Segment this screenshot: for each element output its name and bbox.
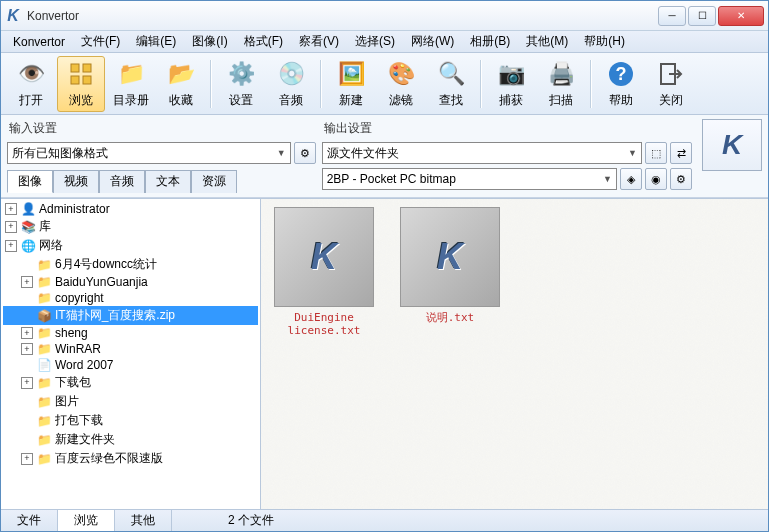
thumbnail[interactable]: KDuiEnginelicense.txt bbox=[269, 207, 379, 337]
open-button[interactable]: 👁️ 打开 bbox=[7, 56, 55, 112]
gear-icon: ⚙️ bbox=[225, 58, 257, 90]
tree-item[interactable]: 📁新建文件夹 bbox=[3, 430, 258, 449]
camera-icon: 📷 bbox=[495, 58, 527, 90]
status-tab-browse[interactable]: 浏览 bbox=[58, 510, 115, 531]
statusbar: 文件 浏览 其他 2 个文件 bbox=[1, 509, 768, 531]
maximize-button[interactable]: ☐ bbox=[688, 6, 716, 26]
tab-resource[interactable]: 资源 bbox=[191, 170, 237, 193]
tree-item[interactable]: +📁下载包 bbox=[3, 373, 258, 392]
output-format-combo[interactable]: 2BP - Pocket PC bitmap ▼ bbox=[322, 168, 617, 190]
status-tab-file[interactable]: 文件 bbox=[1, 510, 58, 531]
separator bbox=[480, 60, 482, 108]
menu-image[interactable]: 图像(I) bbox=[184, 31, 235, 52]
capture-button[interactable]: 📷 捕获 bbox=[487, 56, 535, 112]
tree-item-label: 网络 bbox=[39, 237, 63, 254]
output-opt1-button[interactable]: ⬚ bbox=[645, 142, 667, 164]
output-opt2-button[interactable]: ⇄ bbox=[670, 142, 692, 164]
separator bbox=[590, 60, 592, 108]
thumbnail-panel[interactable]: KDuiEnginelicense.txtK说明.txt bbox=[261, 199, 768, 509]
tree-item[interactable]: +🌐网络 bbox=[3, 236, 258, 255]
tree-toggle[interactable]: + bbox=[21, 327, 33, 339]
tree-toggle[interactable]: + bbox=[21, 377, 33, 389]
search-icon: 🔍 bbox=[435, 58, 467, 90]
tree-item[interactable]: +📁sheng bbox=[3, 325, 258, 341]
tree-item[interactable]: 📁copyright bbox=[3, 290, 258, 306]
lib-icon: 📚 bbox=[20, 220, 36, 234]
folder-icon: 📁 bbox=[36, 291, 52, 305]
output-folder-combo[interactable]: 源文件文件夹 ▼ bbox=[322, 142, 642, 164]
new-button[interactable]: 🖼️ 新建 bbox=[327, 56, 375, 112]
tree-item[interactable]: +📚库 bbox=[3, 217, 258, 236]
new-icon: 🖼️ bbox=[335, 58, 367, 90]
close-button[interactable]: ✕ bbox=[718, 6, 764, 26]
output-opt5-button[interactable]: ⚙ bbox=[670, 168, 692, 190]
tree-item-label: WinRAR bbox=[55, 342, 101, 356]
scanner-icon: 🖨️ bbox=[545, 58, 577, 90]
menu-album[interactable]: 相册(B) bbox=[462, 31, 518, 52]
output-opt4-button[interactable]: ◉ bbox=[645, 168, 667, 190]
tree-toggle[interactable]: + bbox=[5, 221, 17, 233]
tree-toggle[interactable]: + bbox=[21, 453, 33, 465]
menu-file[interactable]: 文件(F) bbox=[73, 31, 128, 52]
menu-view[interactable]: 察看(V) bbox=[291, 31, 347, 52]
status-tab-other[interactable]: 其他 bbox=[115, 510, 172, 531]
tree-toggle[interactable]: + bbox=[21, 343, 33, 355]
menu-network[interactable]: 网络(W) bbox=[403, 31, 462, 52]
catalog-button[interactable]: 📁 目录册 bbox=[107, 56, 155, 112]
input-settings: 输入设置 所有已知图像格式 ▼ ⚙ 图像 视频 音频 文本 资源 bbox=[7, 119, 316, 193]
tree-item[interactable]: 📦IT猫扑网_百度搜索.zip bbox=[3, 306, 258, 325]
disc-icon: 💿 bbox=[275, 58, 307, 90]
input-format-combo[interactable]: 所有已知图像格式 ▼ bbox=[7, 142, 291, 164]
audio-button[interactable]: 💿 音频 bbox=[267, 56, 315, 112]
tree-item[interactable]: 📁6月4号downcc统计 bbox=[3, 255, 258, 274]
tree-item-label: copyright bbox=[55, 291, 104, 305]
tree-item-label: 图片 bbox=[55, 393, 79, 410]
input-tabs: 图像 视频 音频 文本 资源 bbox=[7, 170, 316, 193]
tree-toggle[interactable]: + bbox=[21, 276, 33, 288]
output-opt3-button[interactable]: ◈ bbox=[620, 168, 642, 190]
app-icon: K bbox=[5, 8, 21, 24]
tree-toggle[interactable]: + bbox=[5, 203, 17, 215]
tree-item[interactable]: 📁图片 bbox=[3, 392, 258, 411]
folder-icon: 📁 bbox=[36, 342, 52, 356]
input-config-button[interactable]: ⚙ bbox=[294, 142, 316, 164]
favorites-button[interactable]: 📂 收藏 bbox=[157, 56, 205, 112]
app-logo: K bbox=[702, 119, 762, 171]
browse-button[interactable]: 浏览 bbox=[57, 56, 105, 112]
chevron-down-icon: ▼ bbox=[603, 174, 612, 184]
find-button[interactable]: 🔍 查找 bbox=[427, 56, 475, 112]
tree-item[interactable]: +📁WinRAR bbox=[3, 341, 258, 357]
tree-item[interactable]: 📁打包下载 bbox=[3, 411, 258, 430]
menu-konvertor[interactable]: Konvertor bbox=[5, 33, 73, 51]
folder-star-icon: 📁 bbox=[115, 58, 147, 90]
menu-other[interactable]: 其他(M) bbox=[518, 31, 576, 52]
tree-item-label: BaiduYunGuanjia bbox=[55, 275, 148, 289]
output-settings-label: 输出设置 bbox=[322, 119, 692, 138]
word-icon: 📄 bbox=[36, 358, 52, 372]
filter-icon: 🎨 bbox=[385, 58, 417, 90]
thumbnail[interactable]: K说明.txt bbox=[395, 207, 505, 324]
tree-item[interactable]: +📁百度云绿色不限速版 bbox=[3, 449, 258, 468]
tab-text[interactable]: 文本 bbox=[145, 170, 191, 193]
user-icon: 👤 bbox=[20, 202, 36, 216]
close-app-button[interactable]: 关闭 bbox=[647, 56, 695, 112]
tab-audio[interactable]: 音频 bbox=[99, 170, 145, 193]
menu-help[interactable]: 帮助(H) bbox=[576, 31, 633, 52]
settings-button[interactable]: ⚙️ 设置 bbox=[217, 56, 265, 112]
tab-image[interactable]: 图像 bbox=[7, 170, 53, 193]
tree-item[interactable]: 📄Word 2007 bbox=[3, 357, 258, 373]
minimize-button[interactable]: ─ bbox=[658, 6, 686, 26]
tab-video[interactable]: 视频 bbox=[53, 170, 99, 193]
help-button[interactable]: ? 帮助 bbox=[597, 56, 645, 112]
tree-item[interactable]: +📁BaiduYunGuanjia bbox=[3, 274, 258, 290]
menu-format[interactable]: 格式(F) bbox=[236, 31, 291, 52]
menu-select[interactable]: 选择(S) bbox=[347, 31, 403, 52]
tree-item[interactable]: +👤Administrator bbox=[3, 201, 258, 217]
folder-tree[interactable]: +👤Administrator+📚库+🌐网络📁6月4号downcc统计+📁Bai… bbox=[1, 199, 261, 509]
tree-toggle[interactable]: + bbox=[5, 240, 17, 252]
filter-button[interactable]: 🎨 滤镜 bbox=[377, 56, 425, 112]
scan-button[interactable]: 🖨️ 扫描 bbox=[537, 56, 585, 112]
folder-icon: 📁 bbox=[36, 275, 52, 289]
menu-edit[interactable]: 编辑(E) bbox=[128, 31, 184, 52]
zip-icon: 📦 bbox=[36, 309, 52, 323]
